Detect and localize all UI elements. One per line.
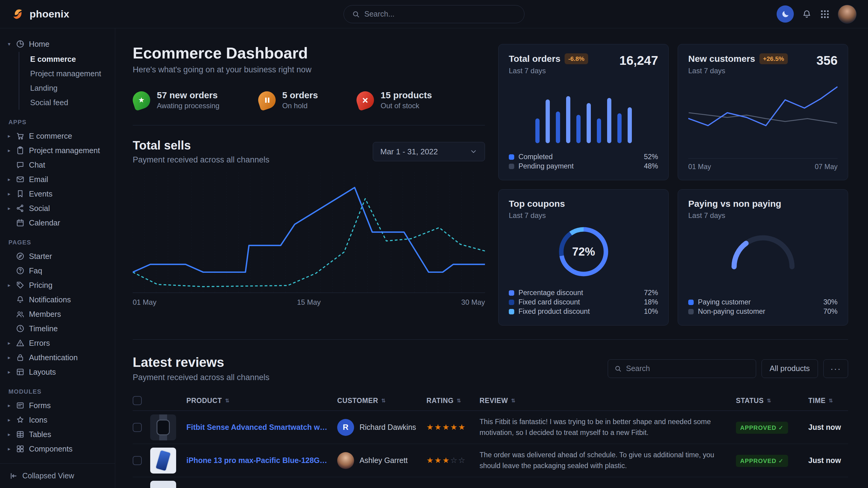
sidebar-item-chat[interactable]: Chat [8, 158, 108, 172]
sort-icon[interactable]: ⇅ [225, 398, 229, 404]
sidebar-subitem-landing[interactable]: Landing [30, 81, 108, 95]
column-header-product[interactable]: PRODUCT⇅ [186, 397, 337, 405]
sidebar-item-icons[interactable]: ▸ Icons [8, 413, 108, 427]
sidebar-item-layouts[interactable]: ▸ Layouts [8, 365, 108, 379]
bar [546, 99, 550, 143]
chevron-right-icon: ▸ [8, 355, 16, 361]
review-row: Fitbit Sense Advanced Smartwatch with To… [133, 411, 848, 444]
chevron-right-icon: ▸ [8, 402, 16, 409]
sidebar-item-email[interactable]: ▸ Email [8, 172, 108, 187]
sidebar-item-timeline[interactable]: Timeline [8, 321, 108, 336]
sidebar-item-components[interactable]: ▸ Components [8, 442, 108, 456]
more-options-button[interactable]: ··· [824, 359, 848, 378]
envelope-icon [16, 175, 25, 184]
sidebar-item-members[interactable]: Members [8, 307, 108, 321]
product-link[interactable]: iPhone 13 pro max-Pacific Blue-128GB sto… [186, 456, 337, 465]
all-products-button[interactable]: All products [762, 359, 818, 378]
brand-logo[interactable]: phoenix [11, 7, 69, 21]
legend-swatch [509, 300, 514, 305]
legend-swatch [509, 309, 514, 314]
row-checkbox[interactable] [133, 423, 142, 432]
reviews-search[interactable] [608, 359, 756, 378]
clipboard-icon [16, 146, 25, 155]
collapsed-view-label: Collapsed View [22, 471, 74, 480]
new-customers-value: 356 [816, 53, 838, 68]
sidebar-subitem-social-feed[interactable]: Social feed [30, 95, 108, 110]
product-thumbnail[interactable] [150, 481, 176, 488]
sidebar-item-tables[interactable]: ▸ Tables [8, 427, 108, 442]
column-header-time[interactable]: TIME⇅ [808, 397, 848, 405]
column-header-review[interactable]: REVIEW⇅ [479, 397, 736, 405]
collapsed-view-button[interactable]: Collapsed View [0, 463, 115, 488]
sort-icon[interactable]: ⇅ [381, 398, 386, 404]
reviews-table-body: Fitbit Sense Advanced Smartwatch with To… [133, 411, 848, 488]
customer-cell[interactable]: RRichard Dawkins [337, 419, 427, 436]
sidebar-nav: ▾ HomeE commerceProject managementLandin… [8, 37, 108, 456]
date-range-select[interactable]: Mar 1 - 31, 2022 [373, 142, 485, 161]
total-orders-bar-chart [509, 75, 658, 152]
sidebar-item-forms[interactable]: ▸ Forms [8, 398, 108, 413]
sort-icon[interactable]: ⇅ [511, 398, 516, 404]
legend-item-percentage-discount: Percentage discount 72% [509, 288, 658, 297]
user-avatar[interactable] [838, 5, 857, 24]
chevron-right-icon: ▸ [8, 446, 16, 452]
sidebar-item-faq[interactable]: Faq [8, 263, 108, 278]
forms-icon [16, 401, 25, 410]
sidebar-section-pages: PAGES [8, 239, 108, 246]
total-sells-chart [133, 172, 485, 295]
column-header-customer[interactable]: CUSTOMER⇅ [337, 397, 427, 405]
sort-icon[interactable]: ⇅ [457, 398, 461, 404]
card-period: Last 7 days [509, 211, 565, 220]
select-all-checkbox[interactable] [133, 396, 142, 405]
rating-stars: ★★★☆☆ [427, 456, 479, 465]
sidebar-item-errors[interactable]: ▸ Errors [8, 336, 108, 350]
page-subtitle: Here's what's going on at your business … [133, 65, 485, 74]
reviews-search-input[interactable] [626, 364, 750, 373]
search-icon [614, 365, 622, 372]
notifications-button[interactable] [802, 9, 812, 19]
sidebar-subitem-e-commerce[interactable]: E commerce [30, 52, 108, 66]
sidebar-item-e-commerce[interactable]: ▸ E commerce [8, 129, 108, 143]
theme-toggle-button[interactable] [777, 5, 794, 23]
legend-item-paying-customer: Paying customer 30% [688, 297, 838, 307]
row-checkbox[interactable] [133, 456, 142, 465]
bar [587, 103, 591, 143]
chevron-right-icon: ▸ [8, 148, 16, 154]
compass-icon [16, 252, 25, 261]
sidebar-item-pricing[interactable]: ▸ Pricing [8, 278, 108, 292]
sidebar-subitem-project-management[interactable]: Project management [30, 66, 108, 81]
sidebar-item-notifications[interactable]: Notifications [8, 292, 108, 307]
sidebar-item-social[interactable]: ▸ Social [8, 201, 108, 216]
stat-value: 57 new orders [157, 90, 220, 100]
legend-swatch [688, 309, 694, 314]
chevron-right-icon: ▸ [8, 369, 16, 375]
apps-grid-button[interactable] [820, 9, 830, 19]
chevron-right-icon: ▸ [8, 431, 16, 438]
column-header-status[interactable]: STATUS⇅ [736, 397, 808, 405]
bar [628, 107, 632, 143]
customer-avatar [337, 452, 354, 469]
sidebar-section-modules: MODULES [8, 388, 108, 395]
sidebar-item-authentication[interactable]: ▸ Authentication [8, 350, 108, 365]
product-thumbnail[interactable] [150, 415, 176, 441]
total-sells-x-axis: 01 May15 May30 May [133, 298, 485, 306]
phoenix-logo-icon [11, 7, 25, 21]
sidebar-item-home[interactable]: ▾ Home [8, 37, 108, 51]
customer-cell[interactable]: Ashley Garrett [337, 452, 427, 469]
sidebar-item-starter[interactable]: Starter [8, 249, 108, 263]
clock-icon [16, 324, 25, 333]
sidebar-item-events[interactable]: ▸ Events [8, 187, 108, 201]
total-sells-subtitle: Payment received across all channels [133, 155, 269, 165]
sidebar-item-calendar[interactable]: Calendar [8, 216, 108, 230]
global-search[interactable] [343, 5, 525, 23]
sort-icon[interactable]: ⇅ [829, 398, 833, 404]
star-icon [16, 415, 25, 424]
column-header-rating[interactable]: RATING⇅ [427, 397, 479, 405]
sort-icon[interactable]: ⇅ [767, 398, 771, 404]
search-input[interactable] [364, 10, 516, 19]
chevron-right-icon: ▸ [8, 133, 16, 139]
product-link[interactable]: Fitbit Sense Advanced Smartwatch with To… [186, 423, 337, 432]
sidebar-item-project-management[interactable]: ▸ Project management [8, 143, 108, 158]
product-thumbnail[interactable] [150, 448, 176, 474]
change-badge: -6.8% [565, 53, 588, 64]
